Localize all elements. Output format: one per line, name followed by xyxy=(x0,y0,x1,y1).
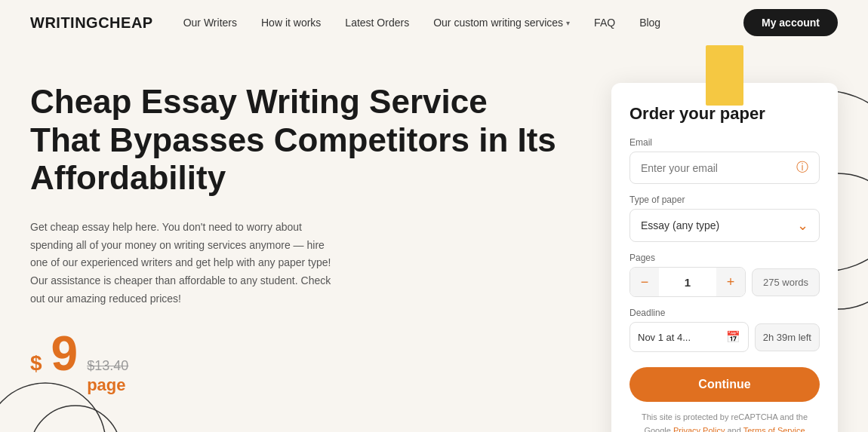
deadline-group: Deadline Nov 1 at 4... 📅 2h 39m left xyxy=(629,308,820,352)
pages-decrease-button[interactable]: − xyxy=(630,268,659,296)
email-group: Email ⓘ xyxy=(629,137,820,184)
logo[interactable]: WRITINGCHEAP xyxy=(30,14,153,32)
price-old: $13.40 xyxy=(87,358,128,374)
pages-increase-button[interactable]: + xyxy=(716,268,745,296)
continue-button[interactable]: Continue xyxy=(629,367,820,402)
sticky-note-decoration xyxy=(706,45,743,106)
custom-writing-dropdown-icon: ▾ xyxy=(566,19,570,27)
deadline-label: Deadline xyxy=(629,308,820,318)
privacy-policy-link[interactable]: Privacy Policy xyxy=(673,426,725,432)
header: WRITINGCHEAP Our Writers How it works La… xyxy=(0,0,868,45)
nav-our-writers[interactable]: Our Writers xyxy=(183,17,237,29)
deadline-date-value: Nov 1 at 4... xyxy=(638,332,691,343)
pages-stepper: − 1 + xyxy=(629,267,746,297)
nav-faq[interactable]: FAQ xyxy=(594,17,615,29)
price-dollar-sign: $ xyxy=(30,351,42,375)
paper-type-group: Type of paper Essay (any type) ⌄ xyxy=(629,195,820,242)
paper-type-select[interactable]: Essay (any type) ⌄ xyxy=(629,209,820,242)
price-section: $ 9 $13.40 page xyxy=(30,329,566,395)
nav-latest-orders[interactable]: Latest Orders xyxy=(345,17,409,29)
recaptcha-note: This site is protected by reCAPTCHA and … xyxy=(629,411,820,432)
terms-of-service-link[interactable]: Terms of Service xyxy=(743,426,805,432)
paper-type-value: Essay (any type) xyxy=(641,219,719,231)
pages-row: − 1 + 275 words xyxy=(629,267,820,297)
pages-label: Pages xyxy=(629,253,820,263)
main-content: Cheap Essay Writing Service That Bypasse… xyxy=(0,45,868,432)
hero-description: Get cheap essay help here. You don't nee… xyxy=(30,219,332,308)
price-number: 9 xyxy=(51,329,78,378)
email-input-wrapper[interactable]: ⓘ xyxy=(629,152,820,184)
order-card: Order your paper Email ⓘ Type of paper E… xyxy=(611,83,838,432)
hero-title: Cheap Essay Writing Service That Bypasse… xyxy=(30,83,566,198)
calendar-icon: 📅 xyxy=(726,330,740,344)
order-form-title: Order your paper xyxy=(629,104,820,124)
deadline-row: Nov 1 at 4... 📅 2h 39m left xyxy=(629,322,820,352)
email-info-icon: ⓘ xyxy=(796,160,808,176)
words-badge: 275 words xyxy=(752,268,820,296)
email-label: Email xyxy=(629,137,820,148)
minus-icon: − xyxy=(641,274,649,290)
plus-icon: + xyxy=(727,274,735,290)
nav-blog[interactable]: Blog xyxy=(639,17,660,29)
price-details: $13.40 page xyxy=(87,358,128,395)
nav-how-it-works[interactable]: How it works xyxy=(261,17,321,29)
nav-custom-writing[interactable]: Our custom writing services ▾ xyxy=(433,17,570,29)
deadline-date-picker[interactable]: Nov 1 at 4... 📅 xyxy=(629,322,749,352)
hero-section: Cheap Essay Writing Service That Bypasse… xyxy=(30,68,611,432)
email-input[interactable] xyxy=(641,162,796,174)
paper-type-label: Type of paper xyxy=(629,195,820,205)
deadline-time-remaining: 2h 39m left xyxy=(755,323,820,351)
price-page: page xyxy=(87,375,128,395)
pages-group: Pages − 1 + 275 words xyxy=(629,253,820,297)
paper-type-dropdown-icon: ⌄ xyxy=(797,217,808,234)
order-form-container: Order your paper Email ⓘ Type of paper E… xyxy=(611,68,838,432)
my-account-button[interactable]: My account xyxy=(743,9,838,36)
main-nav: Our Writers How it works Latest Orders O… xyxy=(183,17,743,29)
pages-value: 1 xyxy=(659,276,716,289)
